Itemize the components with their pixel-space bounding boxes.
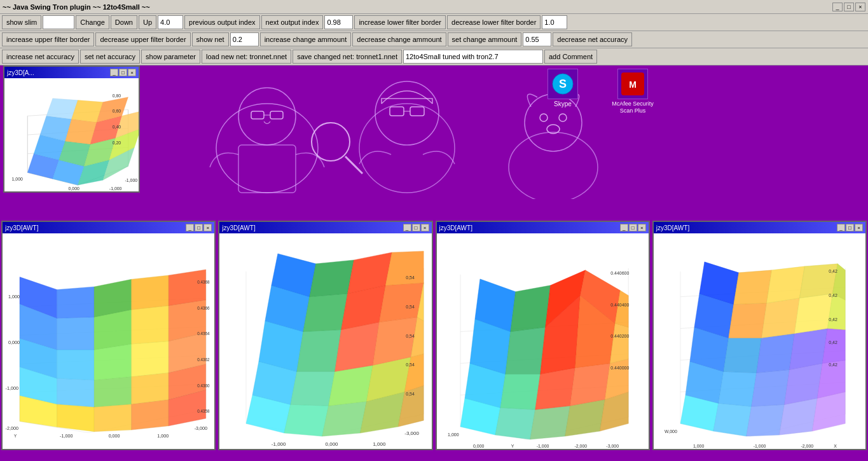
svg-text:0,42: 0,42	[829, 317, 837, 322]
decrease-lower-value[interactable]	[542, 15, 567, 29]
up-button[interactable]: Up	[139, 15, 156, 29]
svg-marker-78	[57, 317, 95, 350]
svg-marker-150	[530, 406, 570, 439]
bottom-window-2: jzy3D[AWT] _ □ ×	[218, 221, 432, 450]
down-button[interactable]: Down	[111, 15, 137, 29]
title-controls: _ □ ×	[832, 3, 865, 11]
next-output-value[interactable]	[324, 15, 353, 29]
win4-close[interactable]: ×	[855, 224, 863, 231]
title-text: ~~ Java Swing Tron plugin ~~ 12to4Small …	[3, 3, 150, 11]
svg-marker-154	[500, 374, 540, 409]
close-button[interactable]: ×	[855, 3, 865, 11]
decrease-change-button[interactable]: decrease change ammount	[352, 32, 446, 46]
win2-close[interactable]: ×	[421, 224, 429, 231]
set-change-value[interactable]	[523, 32, 551, 46]
minimize-button[interactable]: _	[832, 3, 843, 11]
skype-label: Skype	[554, 100, 572, 107]
svg-marker-63	[57, 404, 95, 432]
load-net-button[interactable]: load new net: tronnet.nnet	[202, 50, 291, 64]
increase-upper-button[interactable]: increase upper filter border	[2, 32, 94, 46]
slim-input[interactable]	[43, 15, 74, 29]
win2-maximize[interactable]: □	[412, 224, 420, 231]
svg-text:0.4362: 0.4362	[197, 357, 210, 362]
svg-text:0,80: 0,80	[113, 93, 121, 98]
decrease-upper-button[interactable]: decrease upper filter border	[95, 32, 190, 46]
set-change-button[interactable]: set change ammount	[448, 32, 522, 46]
win2-minimize[interactable]: _	[403, 224, 411, 231]
show-slim-button[interactable]: show slim	[2, 15, 41, 29]
add-comment-button[interactable]: add Comment	[544, 50, 597, 64]
win3-content: 1,000 0,000 Y -1,000 -2,000 -3,000 0.440…	[437, 233, 649, 449]
decrease-net-acc-button[interactable]: decrease net accuracy	[553, 32, 632, 46]
win4-minimize[interactable]: _	[837, 224, 845, 231]
svg-text:0,20: 0,20	[113, 141, 121, 145]
decrease-lower-button[interactable]: decrease lower filter border	[447, 15, 541, 29]
show-net-value[interactable]	[230, 32, 259, 46]
next-output-button[interactable]: next output index	[261, 15, 324, 29]
win3-close[interactable]: ×	[638, 224, 646, 231]
svg-marker-70	[132, 373, 169, 404]
set-net-acc-button[interactable]: set net accuracy	[80, 50, 140, 64]
win3-maximize[interactable]: □	[629, 224, 637, 231]
svg-marker-188	[713, 403, 752, 436]
win3-titlebar: jzy3D[AWT] _ □ ×	[437, 222, 649, 233]
win1-close[interactable]: ×	[203, 224, 212, 231]
net-name-input[interactable]	[403, 50, 543, 64]
svg-text:0,60: 0,60	[113, 109, 121, 113]
prev-output-button[interactable]: previous output index	[184, 15, 260, 29]
svg-text:0,54: 0,54	[406, 362, 415, 367]
svg-marker-200	[789, 329, 827, 370]
svg-text:-1,000: -1,000	[272, 441, 286, 447]
svg-text:0.4360: 0.4360	[197, 383, 210, 388]
mcafee-icon-container[interactable]: M McAfee Security Scan Plus	[607, 69, 658, 114]
svg-text:0.440000: 0.440000	[610, 366, 629, 370]
svg-text:-2,000: -2,000	[6, 425, 18, 431]
svg-marker-74	[94, 344, 132, 380]
mcafee-label: McAfee Security Scan Plus	[607, 100, 658, 114]
svg-marker-113	[291, 371, 335, 406]
svg-text:-1,000: -1,000	[753, 444, 766, 448]
up-value-input[interactable]	[158, 15, 183, 29]
svg-marker-109	[322, 401, 367, 436]
win1-titlebar: jzy3D[AWT] _ □ ×	[3, 222, 214, 233]
svg-text:1,000: 1,000	[373, 441, 387, 447]
svg-text:-2,000: -2,000	[574, 444, 587, 448]
small-win-maximize[interactable]: □	[119, 69, 127, 76]
svg-text:0,54: 0,54	[406, 305, 415, 309]
svg-text:0,42: 0,42	[829, 362, 837, 367]
small-win-minimize[interactable]: _	[110, 69, 118, 76]
skype-icon-container[interactable]: S Skype	[537, 69, 588, 107]
save-net-button[interactable]: save changed net: tronnet1.nnet	[293, 50, 402, 64]
svg-text:-2,000: -2,000	[801, 444, 813, 448]
increase-net-acc-button[interactable]: increase net accuracy	[2, 50, 79, 64]
win2-chart: -3,000 -1,000 0,000 1,000 0,54 0,54 0,54…	[219, 233, 431, 449]
show-net-button[interactable]: show net	[192, 32, 229, 46]
toolbar-row1: show slim Change Down Up previous output…	[0, 14, 868, 31]
svg-marker-193	[719, 371, 757, 406]
win1-minimize[interactable]: _	[186, 224, 194, 231]
mcafee-icon: M	[617, 69, 648, 99]
main-content: jzy3D[A... _ □ ×	[0, 65, 868, 451]
small-win-close[interactable]: ×	[128, 69, 136, 76]
win4-maximize[interactable]: □	[846, 224, 854, 231]
win1-maximize[interactable]: □	[195, 224, 203, 231]
win3-minimize[interactable]: _	[620, 224, 628, 231]
svg-marker-198	[724, 338, 762, 373]
svg-text:S: S	[559, 78, 567, 90]
svg-text:0,42: 0,42	[829, 269, 837, 273]
increase-lower-button[interactable]: increase lower filter border	[354, 15, 446, 29]
svg-text:0.4366: 0.4366	[197, 306, 210, 310]
increase-change-button[interactable]: increase change ammount	[260, 32, 352, 46]
change-button[interactable]: Change	[76, 15, 109, 29]
svg-text:0,40: 0,40	[113, 125, 121, 129]
win4-title: jzy3D[AWT]	[656, 224, 689, 231]
svg-text:0.4358: 0.4358	[197, 409, 210, 413]
svg-text:0,42: 0,42	[829, 340, 837, 345]
svg-text:1,000: 1,000	[8, 294, 20, 299]
show-param-button[interactable]: show parameter	[141, 50, 200, 64]
svg-text:-1,000: -1,000	[60, 433, 72, 439]
svg-text:0,42: 0,42	[829, 293, 837, 298]
win1-content: -3,000 -1,000 0,000 1,000 -2,000 -1,000 …	[3, 233, 214, 449]
maximize-button[interactable]: □	[844, 3, 854, 11]
toolbar-row3: increase net accuracy set net accuracy s…	[0, 48, 868, 65]
